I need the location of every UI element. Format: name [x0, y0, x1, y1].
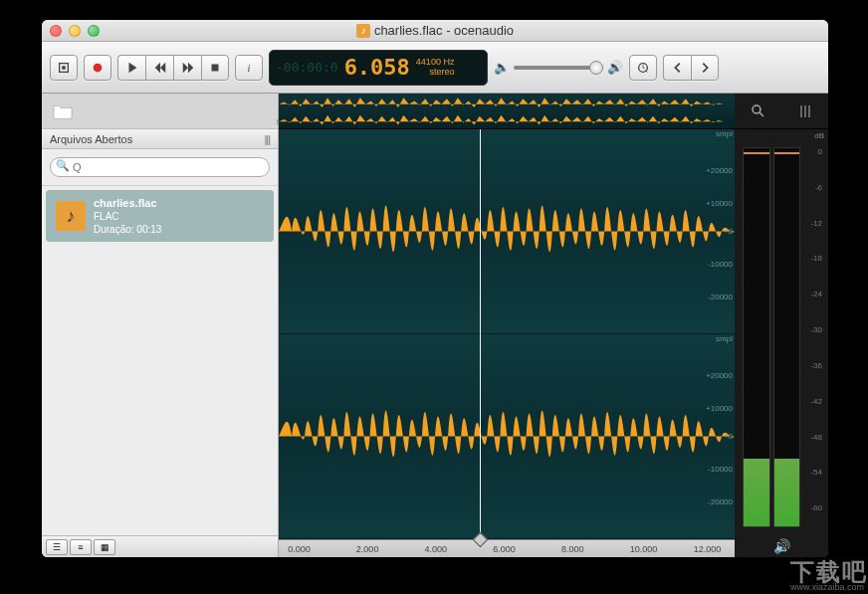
stop-return-button[interactable]	[50, 55, 78, 81]
svg-point-6	[753, 105, 760, 113]
audio-file-icon: ♪	[56, 201, 86, 231]
meter-toolbar	[735, 94, 828, 129]
zoom-icon[interactable]	[751, 103, 766, 119]
svg-rect-1	[62, 66, 66, 70]
traffic-lights	[50, 25, 100, 37]
sidebar-footer: ☰ ≡ ▦	[42, 535, 278, 557]
sidebar-columns-icon[interactable]: |||	[264, 133, 270, 145]
watermark-url: www.xiazaiba.com	[790, 582, 864, 592]
channel-left[interactable]: smpl +20000 +10000 +0 -10000 -20000	[279, 129, 735, 334]
playhead-cursor[interactable]	[480, 129, 481, 539]
close-button[interactable]	[50, 25, 62, 37]
forward-button[interactable]	[173, 55, 201, 81]
volume-control: 🔈 🔊	[494, 60, 623, 75]
nav-group	[663, 55, 719, 81]
meter-scale: 0 -6 -12 -18 -24 -30 -36 -42 -48 -54 -60	[806, 135, 824, 531]
svg-text:i: i	[248, 62, 251, 73]
wave-left	[279, 129, 735, 333]
time-ruler[interactable]: 0.000 2.000 4.000 6.000 8.000 10.000 12.…	[279, 539, 735, 557]
file-type-icon: ♪	[356, 24, 370, 38]
waveform-overview[interactable]	[279, 94, 735, 129]
timecode-display[interactable]: -00:00:0 6.058 44100 Hz stereo	[269, 50, 488, 86]
main-body: Arquivos Abertos ||| ♪ charlies.flac FLA…	[42, 94, 828, 557]
minimize-button[interactable]	[69, 25, 81, 37]
nav-back-button[interactable]	[663, 55, 691, 81]
sidebar-search	[42, 149, 278, 186]
svg-rect-7	[800, 105, 802, 117]
wave-right	[279, 334, 735, 538]
view-list-button[interactable]: ☰	[46, 539, 68, 555]
file-list-item[interactable]: ♪ charlies.flac FLAC Duração: 00:13	[46, 190, 274, 242]
speaker-low-icon: 🔈	[494, 60, 510, 75]
meter-footer[interactable]: 🔊	[735, 535, 828, 557]
sidebar-header-label: Arquivos Abertos	[50, 133, 132, 145]
volume-slider[interactable]	[514, 66, 603, 70]
record-button[interactable]	[84, 55, 111, 81]
meter-bars	[739, 135, 804, 531]
waveform-channels[interactable]: smpl +20000 +10000 +0 -10000 -20000	[279, 129, 735, 539]
rewind-button[interactable]	[145, 55, 173, 81]
search-input[interactable]	[50, 157, 270, 177]
stop-button[interactable]	[201, 55, 229, 81]
titlebar[interactable]: ♪ charlies.flac - ocenaudio	[42, 20, 828, 42]
timecode-main: 6.058	[344, 55, 410, 80]
file-name: charlies.flac	[94, 196, 161, 210]
transport-group	[117, 55, 229, 81]
app-window: ♪ charlies.flac - ocenaudio i -00:00:0 6…	[42, 20, 828, 557]
sidebar: Arquivos Abertos ||| ♪ charlies.flac FLA…	[42, 94, 279, 557]
file-meta: charlies.flac FLAC Duração: 00:13	[94, 196, 161, 236]
svg-rect-9	[808, 105, 810, 117]
waveform-main: smpl +20000 +10000 +0 -10000 -20000	[279, 94, 735, 557]
meter-bar-right	[773, 147, 801, 527]
meter-body: dB 0 -6 -12 -18 -24 -30 -36 -42 -	[735, 129, 828, 535]
svg-point-2	[94, 63, 103, 72]
file-list[interactable]: ♪ charlies.flac FLAC Duração: 00:13	[42, 186, 278, 535]
nav-forward-button[interactable]	[691, 55, 719, 81]
file-format: FLAC	[94, 210, 161, 223]
history-button[interactable]	[629, 55, 657, 81]
meter-bar-left	[743, 147, 770, 527]
channel-right[interactable]: smpl +20000 +10000 +0 -10000 -20000	[279, 334, 735, 539]
view-grid-button[interactable]: ▦	[94, 539, 115, 555]
window-title-text: charlies.flac - ocenaudio	[374, 23, 514, 38]
waveform-area: smpl +20000 +10000 +0 -10000 -20000	[279, 94, 828, 557]
sidebar-section-header: Arquivos Abertos |||	[42, 129, 278, 149]
speaker-high-icon: 🔊	[607, 60, 623, 75]
window-title: ♪ charlies.flac - ocenaudio	[100, 23, 770, 38]
zoom-button[interactable]	[88, 25, 100, 37]
level-meters: dB 0 -6 -12 -18 -24 -30 -36 -42 -	[735, 94, 828, 557]
view-compact-button[interactable]: ≡	[70, 539, 92, 555]
svg-rect-3	[212, 64, 219, 71]
volume-thumb[interactable]	[589, 61, 603, 75]
file-duration: Duração: 00:13	[94, 223, 161, 236]
meter-settings-icon[interactable]	[797, 103, 813, 119]
play-button[interactable]	[117, 55, 145, 81]
toolbar: i -00:00:0 6.058 44100 Hz stereo hrminse…	[42, 42, 828, 94]
overview-wave	[279, 96, 735, 129]
svg-rect-8	[804, 105, 806, 117]
sidebar-folder-button[interactable]	[42, 94, 278, 129]
info-button[interactable]: i	[235, 55, 263, 81]
timecode-format: 44100 Hz stereo	[416, 58, 455, 78]
timecode-negative: -00:00:0	[276, 60, 338, 75]
